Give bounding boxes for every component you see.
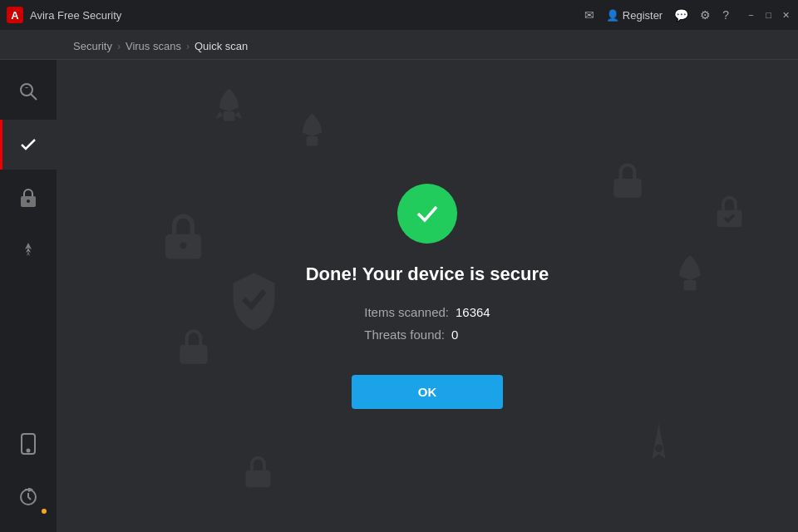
- threats-found-value: 0: [451, 328, 458, 342]
- update-badge: [40, 507, 48, 515]
- sidebar-item-privacy[interactable]: [0, 173, 57, 223]
- sidebar-item-search[interactable]: [0, 66, 57, 116]
- chat-icon[interactable]: 💬: [674, 8, 688, 22]
- sidebar-item-mobile[interactable]: [0, 419, 57, 469]
- svg-rect-11: [224, 111, 235, 121]
- svg-rect-14: [165, 234, 201, 259]
- svg-rect-18: [613, 179, 641, 198]
- svg-rect-21: [717, 210, 742, 228]
- sidebar-item-update[interactable]: [0, 472, 57, 522]
- svg-point-6: [27, 200, 30, 203]
- items-scanned-label: Items scanned:: [364, 305, 449, 319]
- svg-point-15: [180, 242, 186, 249]
- breadcrumb-security[interactable]: Security: [73, 40, 112, 52]
- breadcrumb-virus-scans[interactable]: Virus scans: [126, 40, 181, 52]
- maximize-button[interactable]: □: [763, 10, 774, 21]
- svg-line-3: [31, 94, 37, 100]
- help-icon[interactable]: ?: [722, 8, 729, 22]
- close-button[interactable]: ✕: [781, 10, 791, 21]
- breadcrumb-sep-1: ›: [117, 41, 121, 52]
- ok-button[interactable]: OK: [352, 375, 504, 409]
- sidebar-item-performance[interactable]: [0, 226, 57, 276]
- svg-marker-12: [215, 111, 223, 119]
- title-bar: A Avira Free Security ✉ 👤 Register 💬 ⚙ ?…: [0, 0, 798, 30]
- user-icon: 👤: [606, 9, 619, 22]
- header-bar: Security › Virus scans › Quick scan: [0, 30, 798, 60]
- success-icon: [397, 184, 457, 244]
- register-button[interactable]: 👤 Register: [606, 9, 663, 22]
- items-scanned-row: Items scanned: 16364: [364, 305, 490, 319]
- svg-point-8: [27, 450, 30, 452]
- items-scanned-value: 16364: [456, 305, 490, 319]
- mail-icon[interactable]: ✉: [584, 8, 594, 22]
- breadcrumb-sep-2: ›: [186, 41, 190, 52]
- svg-text:A: A: [11, 9, 19, 22]
- scan-result: Done! Your device is secure Items scanne…: [306, 184, 549, 409]
- threats-found-row: Threats found: 0: [364, 328, 490, 342]
- app-container: Security › Virus scans › Quick scan: [0, 30, 798, 532]
- result-title: Done! Your device is secure: [306, 264, 549, 285]
- breadcrumb-quick-scan: Quick scan: [195, 40, 248, 52]
- content-area: Done! Your device is secure Items scanne…: [57, 60, 798, 532]
- sidebar-bottom: [0, 419, 57, 532]
- breadcrumb: Security › Virus scans › Quick scan: [73, 40, 781, 52]
- svg-marker-13: [234, 111, 242, 119]
- title-bar-actions: ✉ 👤 Register 💬 ⚙ ? − □ ✕: [584, 8, 791, 22]
- minimize-button[interactable]: −: [746, 10, 756, 21]
- svg-rect-16: [180, 345, 207, 364]
- svg-rect-17: [307, 136, 318, 145]
- threats-found-label: Threats found:: [364, 328, 445, 342]
- svg-point-20: [655, 445, 663, 452]
- window-controls: − □ ✕: [746, 10, 791, 21]
- sidebar: [0, 60, 57, 532]
- app-logo: A: [7, 7, 23, 23]
- svg-rect-22: [246, 470, 271, 488]
- svg-point-2: [21, 84, 32, 96]
- result-stats: Items scanned: 16364 Threats found: 0: [364, 305, 490, 342]
- register-label: Register: [623, 9, 663, 22]
- svg-rect-19: [684, 280, 697, 291]
- sidebar-item-protection[interactable]: [0, 120, 57, 170]
- settings-icon[interactable]: ⚙: [700, 8, 711, 22]
- app-title: Avira Free Security: [30, 9, 584, 22]
- main-layout: Done! Your device is secure Items scanne…: [0, 60, 798, 532]
